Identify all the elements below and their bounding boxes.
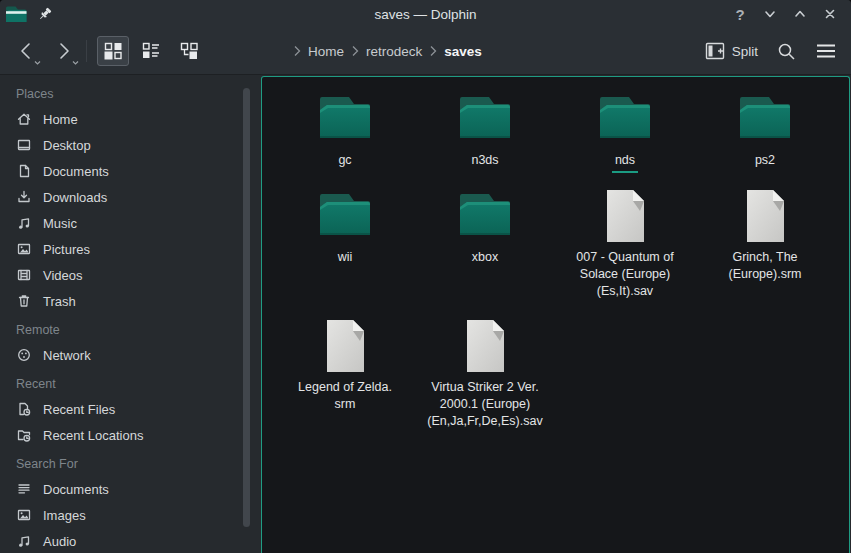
split-button-label: Split [732, 44, 758, 59]
breadcrumb-chevron-icon [351, 45, 359, 57]
icons-view-button[interactable] [97, 36, 129, 66]
sidebar-item-label: Videos [43, 268, 83, 283]
sidebar-item-label: Home [43, 112, 78, 127]
text-lines-icon [15, 481, 32, 498]
item-label: gc [338, 152, 351, 169]
sidebar-item-label: Documents [43, 482, 109, 497]
folder-item-nds[interactable]: nds [555, 93, 695, 190]
section-header-search-for: Search For [0, 448, 261, 476]
sidebar-item-documents[interactable]: Documents [0, 158, 261, 184]
sidebar-item-label: Documents [43, 164, 109, 179]
close-icon[interactable] [819, 3, 841, 25]
sidebar-item-home[interactable]: Home [0, 106, 261, 132]
folder-item-n3ds[interactable]: n3ds [415, 93, 555, 190]
split-view-icon [705, 41, 725, 61]
maximize-icon[interactable] [789, 3, 811, 25]
forward-dropdown-caret-icon [71, 60, 80, 66]
split-button[interactable]: Split [705, 41, 758, 61]
details-view-icon [141, 41, 161, 61]
tree-view-icon [179, 41, 199, 61]
sidebar-item-label: Desktop [43, 138, 91, 153]
file-item-legend-of-zelda[interactable]: Legend of Zelda. srm [275, 320, 415, 450]
folder-item-xbox[interactable]: xbox [415, 190, 555, 320]
item-label: wii [338, 249, 353, 266]
tree-view-button[interactable] [173, 36, 205, 66]
sidebar-item-trash[interactable]: Trash [0, 288, 261, 314]
sidebar-item-recent-locations[interactable]: Recent Locations [0, 422, 261, 448]
minimize-icon[interactable] [759, 3, 781, 25]
file-item-virtua-striker[interactable]: Virtua Striker 2 Ver. 2000.1 (Europe) (E… [415, 320, 555, 450]
music-note-icon [15, 533, 32, 550]
sidebar-item-label: Network [43, 348, 91, 363]
folder-icon [737, 93, 793, 145]
dolphin-window: saves — Dolphin [0, 0, 851, 553]
toolbar-separator [86, 40, 87, 62]
window-title: saves — Dolphin [0, 7, 851, 22]
breadcrumb-home[interactable]: Home [308, 44, 344, 59]
trash-icon [15, 293, 32, 310]
item-label: Legend of Zelda. srm [298, 379, 392, 413]
titlebar[interactable]: saves — Dolphin [0, 0, 851, 28]
breadcrumb-retrodeck[interactable]: retrodeck [366, 44, 422, 59]
file-item-grinch-the[interactable]: Grinch, The (Europe).srm [695, 190, 835, 320]
section-header-recent: Recent [0, 368, 261, 396]
file-icon [606, 190, 644, 242]
sidebar-item-search-images[interactable]: Images [0, 502, 261, 528]
sidebar-item-label: Pictures [43, 242, 90, 257]
dolphin-folder-icon [5, 5, 28, 24]
places-panel: Places Home Desktop Documents Downloads … [0, 75, 261, 553]
breadcrumb-chevron-icon [293, 45, 301, 57]
file-icon [746, 190, 784, 242]
folder-clock-icon [15, 427, 32, 444]
file-grid: gc n3ds nds ps2 wii [262, 77, 849, 450]
item-label: Grinch, The (Europe).srm [729, 249, 802, 283]
sidebar-item-desktop[interactable]: Desktop [0, 132, 261, 158]
breadcrumb-saves[interactable]: saves [444, 44, 482, 59]
image-icon [15, 507, 32, 524]
sidebar-item-network[interactable]: Network [0, 342, 261, 368]
sidebar-item-label: Recent Files [43, 402, 115, 417]
item-label: xbox [472, 249, 498, 266]
folder-icon [317, 93, 373, 145]
document-icon [15, 163, 32, 180]
section-header-places: Places [0, 78, 261, 106]
folder-item-gc[interactable]: gc [275, 93, 415, 190]
folder-icon [597, 93, 653, 145]
hamburger-menu-icon[interactable] [815, 42, 837, 60]
back-dropdown-caret-icon [33, 60, 42, 66]
sidebar-item-recent-files[interactable]: Recent Files [0, 396, 261, 422]
sidebar-item-search-documents[interactable]: Documents [0, 476, 261, 502]
sidebar-item-label: Trash [43, 294, 76, 309]
forward-button[interactable] [50, 38, 78, 64]
file-item-007-quantum-of-solace[interactable]: 007 - Quantum of Solace (Europe) (Es,It)… [555, 190, 695, 320]
file-icon [466, 320, 504, 372]
breadcrumb-chevron-icon [429, 45, 437, 57]
folder-item-wii[interactable]: wii [275, 190, 415, 320]
sidebar-scrollbar[interactable] [243, 88, 250, 527]
search-icon[interactable] [776, 41, 797, 62]
sidebar-item-search-audio[interactable]: Audio [0, 528, 261, 553]
help-icon[interactable]: ? [729, 3, 751, 25]
music-note-icon [15, 215, 32, 232]
network-icon [15, 347, 32, 364]
sidebar-item-label: Images [43, 508, 86, 523]
back-button[interactable] [12, 38, 40, 64]
folder-view[interactable]: gc n3ds nds ps2 wii [261, 76, 850, 553]
pin-icon[interactable] [37, 6, 53, 22]
sidebar-item-videos[interactable]: Videos [0, 262, 261, 288]
folder-item-ps2[interactable]: ps2 [695, 93, 835, 190]
sidebar-item-downloads[interactable]: Downloads [0, 184, 261, 210]
breadcrumb: Home retrodeck saves [293, 44, 482, 59]
film-icon [15, 267, 32, 284]
folder-icon [457, 93, 513, 145]
sidebar-item-label: Audio [43, 534, 76, 549]
sidebar-item-pictures[interactable]: Pictures [0, 236, 261, 262]
toolbar: Home retrodeck saves Split [0, 28, 851, 75]
icons-view-icon [103, 41, 123, 61]
item-label: nds [612, 152, 638, 173]
sidebar-item-label: Recent Locations [43, 428, 143, 443]
sidebar-item-music[interactable]: Music [0, 210, 261, 236]
item-label: 007 - Quantum of Solace (Europe) (Es,It)… [576, 249, 673, 300]
details-view-button[interactable] [135, 36, 167, 66]
item-label: Virtua Striker 2 Ver. 2000.1 (Europe) (E… [427, 379, 542, 430]
